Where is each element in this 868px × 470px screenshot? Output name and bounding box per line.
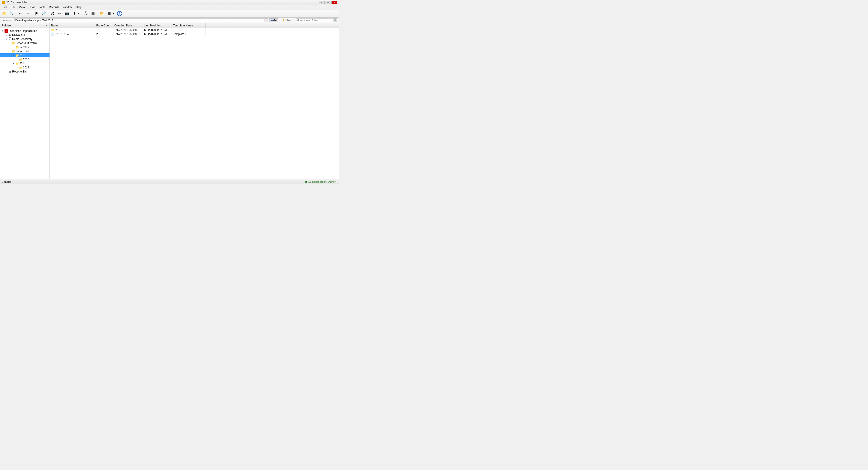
view-dropdown-arrow[interactable]: ▾: [112, 10, 115, 17]
menu-records[interactable]: Records: [47, 5, 61, 9]
forward-button[interactable]: →: [24, 10, 31, 17]
stamp-button[interactable]: ✏: [56, 10, 63, 17]
repo-icon-laserfiche: L: [4, 29, 8, 33]
sidebar-item-2015-sub[interactable]: ▶ 📁 2015: [0, 57, 50, 61]
file-list: 📁 2015 1/14/2020 1:37 PM 1/14/2020 1:37 …: [50, 28, 339, 179]
entries-count: 2 entries: [2, 180, 11, 183]
sidebar-item-import-test[interactable]: ▼ 📁 Import Test: [0, 49, 50, 53]
menu-tools[interactable]: Tools: [37, 5, 47, 9]
title-bar-left: L 2015 - Laserfiche: [2, 1, 27, 4]
menu-edit[interactable]: Edit: [9, 5, 17, 9]
location-bar: Location: DemoRepository\Import Test\201…: [0, 18, 339, 23]
sidebar-label-2015-sub: 2015: [23, 58, 29, 61]
toolbar-sep-3: [48, 11, 48, 16]
sidebar-item-demorepo[interactable]: ▼ 🗄 DemoRepository: [0, 37, 50, 41]
location-path[interactable]: DemoRepository\Import Test\2015: [14, 18, 264, 22]
file-cell-name-b15: 📄 B15-101545: [50, 32, 95, 36]
col-header-last-modified[interactable]: Last Modified: [143, 23, 172, 28]
sidebar-item-broward[interactable]: ▼ 📁 Broward Microfilm: [0, 41, 50, 45]
flag-button[interactable]: ⚑: [33, 10, 40, 17]
menu-view[interactable]: View: [17, 5, 27, 9]
quick-search-button[interactable]: 🔎: [40, 10, 47, 17]
menu-window[interactable]: Window: [61, 5, 74, 9]
table-row[interactable]: 📄 B15-101545 2 1/14/2020 1:37 PM 1/14/20…: [50, 32, 339, 36]
go-label: Go: [273, 19, 277, 22]
menu-file[interactable]: File: [1, 5, 9, 9]
col-header-name[interactable]: Name: [50, 23, 95, 28]
menu-tasks[interactable]: Tasks: [27, 5, 37, 9]
search-section: ★ Search: 🔍: [282, 18, 337, 22]
location-label: Location:: [2, 19, 13, 22]
loc-sep: [280, 18, 280, 23]
table-row[interactable]: 📁 2015 1/14/2020 1:37 PM 1/14/2020 1:37 …: [50, 28, 339, 32]
file-cell-template-b15: Template 1: [172, 32, 206, 36]
help-button[interactable]: ?: [117, 11, 122, 16]
close-button[interactable]: ✕: [331, 1, 337, 4]
sidebar: Folders ✕ ▼ L Laserfiche Repositories ▶ …: [0, 23, 50, 179]
status-bar: 2 entries DemoRepository (ADMIN): [0, 179, 339, 184]
search-execute-button[interactable]: 🔍: [333, 18, 337, 22]
col-header-template-name[interactable]: Template Name: [172, 23, 206, 28]
toolbar-sep-6: [116, 11, 116, 16]
folder-icon: 📁: [51, 29, 55, 32]
folder-icon-2014-sub: 📁: [19, 66, 23, 69]
column-headers: Name Page Count Creation Date Last Modif…: [50, 23, 339, 28]
file-cell-pages-2015: [95, 28, 113, 32]
split-button[interactable]: ▤: [90, 10, 96, 17]
repo-name: DemoRepository (ADMIN): [308, 180, 337, 183]
menu-help[interactable]: Help: [74, 5, 84, 9]
expand-icon-2015: ▼: [12, 54, 16, 57]
sidebar-label-import-test: Import Test: [16, 50, 29, 53]
window-controls: − □ ✕: [319, 1, 337, 4]
sidebar-label-2015: 2015: [20, 54, 26, 57]
sidebar-item-2014-sub[interactable]: ▶ 📁 2014: [0, 66, 50, 70]
sidebar-close-button[interactable]: ✕: [45, 24, 48, 27]
menu-bar: File Edit View Tasks Tools Records Windo…: [0, 5, 339, 9]
file-cell-created-2015: 1/14/2020 1:37 PM: [113, 28, 143, 32]
expand-icon-demorepo: ▼: [4, 37, 8, 41]
sidebar-item-2015[interactable]: ▼ 📁 2015: [0, 53, 50, 57]
sidebar-label-recycle-bin: Recycle Bin: [12, 70, 26, 73]
col-header-page-count[interactable]: Page Count: [95, 23, 113, 28]
camera-button[interactable]: 📷: [64, 10, 70, 17]
sidebar-header: Folders ✕: [0, 23, 50, 28]
download-button[interactable]: ⬇ ▾: [71, 10, 80, 17]
sidebar-label-ddscloud: DDSCloud: [12, 33, 25, 37]
back-button[interactable]: ←: [17, 10, 24, 17]
download-icon: ⬇: [71, 10, 77, 17]
minimize-button[interactable]: −: [319, 1, 324, 4]
expand-icon-import-test: ▼: [8, 49, 12, 53]
col-header-creation-date[interactable]: Creation Date: [113, 23, 143, 28]
open-folder-button[interactable]: 📁: [1, 10, 8, 17]
file-name-b15: B15-101545: [55, 33, 70, 36]
folder-icon-import-test: 📁: [12, 49, 16, 53]
go-button[interactable]: ▶ Go: [269, 18, 278, 22]
document-icon: 📄: [51, 33, 55, 36]
sidebar-item-2014-1[interactable]: ▼ 📁 2014: [0, 61, 50, 66]
print-button[interactable]: 🖨: [49, 10, 56, 17]
file-name-2015: 2015: [55, 29, 61, 32]
content-area: Name Page Count Creation Date Last Modif…: [50, 23, 339, 179]
view-button[interactable]: ▦ ▾: [105, 10, 115, 17]
folder-new-button[interactable]: 📂: [98, 10, 105, 17]
sidebar-item-recycle-bin[interactable]: ▶ 🗑 Recycle Bin: [0, 70, 50, 74]
toolbar-sep-5: [97, 11, 97, 16]
badge-button[interactable]: ⓪: [82, 10, 89, 17]
expand-icon-laserfiche-repos: ▼: [1, 29, 4, 33]
download-dropdown-arrow[interactable]: ▾: [77, 10, 80, 17]
sidebar-item-ddscloud[interactable]: ▶ 🖥 DDSCloud: [0, 33, 50, 37]
main-area: Folders ✕ ▼ L Laserfiche Repositories ▶ …: [0, 23, 339, 179]
sidebar-item-laserfiche-repos[interactable]: ▼ L Laserfiche Repositories: [0, 29, 50, 33]
search-button[interactable]: 🔍: [8, 10, 15, 17]
location-dropdown-arrow[interactable]: ▾: [264, 18, 268, 22]
search-input[interactable]: [296, 18, 332, 22]
maximize-button[interactable]: □: [325, 1, 331, 4]
expand-icon-2014-1: ▼: [12, 62, 16, 65]
sidebar-label-permits: Permits: [20, 46, 29, 49]
toolbar-sep-1: [16, 11, 16, 16]
file-cell-name-2015: 📁 2015: [50, 28, 95, 32]
view-icon: ▦: [106, 10, 112, 17]
sidebar-item-permits[interactable]: ▶ 📁 Permits: [0, 45, 50, 49]
app-icon: L: [2, 1, 5, 4]
file-cell-created-b15: 1/14/2020 1:37 PM: [113, 32, 143, 36]
